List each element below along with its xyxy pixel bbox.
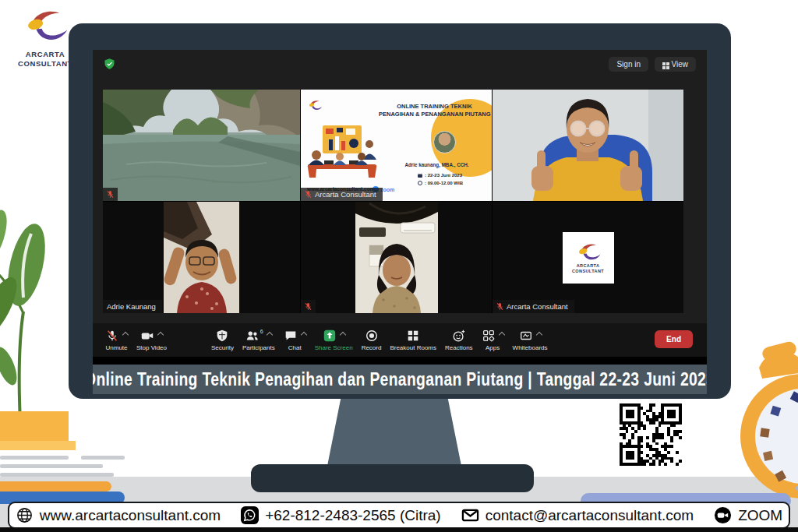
- participant-label: Arcarta Consultant: [301, 188, 383, 201]
- grid-view-icon: [662, 62, 666, 65]
- chevron-up-icon[interactable]: [157, 332, 164, 338]
- whiteboards-button[interactable]: Whiteboards: [513, 329, 548, 351]
- participants-button[interactable]: 6 Participants: [242, 329, 275, 351]
- video-tile-arcarta[interactable]: ARCARTA CONSULTANT Arcarta Consultant: [493, 202, 683, 313]
- text-line-decoration: [0, 464, 103, 468]
- muted-mic-icon: [305, 302, 312, 311]
- speaker-name: Adrie kaunang, MBA., CCH.: [382, 162, 492, 167]
- book-stack-decoration: [0, 411, 69, 441]
- video-grid: ONLINE TRAINING TEKNIK PENAGIHAN & PENAN…: [103, 90, 683, 313]
- poster: ARCARTA CONSULTANT Sign in View: [0, 0, 798, 532]
- participant-name: Adrie Kaunang: [107, 302, 156, 311]
- footer-email: contact@arcartaconsultant.com: [461, 506, 694, 524]
- view-label: View: [672, 60, 689, 69]
- plant-decoration: [0, 188, 70, 422]
- unmute-button[interactable]: Unmute: [105, 329, 128, 351]
- brand-name-line2: CONSULTANT: [9, 59, 81, 69]
- chat-button[interactable]: Chat: [284, 329, 306, 351]
- reactions-button[interactable]: Reactions: [445, 329, 473, 351]
- video-tile-slide[interactable]: ONLINE TRAINING TEKNIK PENAGIHAN & PENAN…: [301, 90, 492, 201]
- footer-bar: www.arcartaconsultant.com +62-812-2483-2…: [8, 502, 790, 529]
- video-tile-participant[interactable]: [301, 202, 492, 313]
- book-decoration: [0, 481, 111, 491]
- chevron-up-icon[interactable]: [300, 332, 306, 338]
- calendar-icon: [418, 173, 422, 178]
- video-camera-icon: [140, 329, 154, 343]
- bottom-black-strip: [0, 527, 798, 532]
- share-screen-button[interactable]: Share Screen: [315, 329, 353, 351]
- muted-mic-icon: [107, 190, 114, 199]
- zoom-window: Sign in View: [93, 50, 707, 365]
- participant-label: [103, 188, 118, 201]
- encryption-shield-icon: [104, 58, 115, 70]
- zoom-camera-icon: [714, 506, 732, 524]
- email-envelope-icon: [461, 506, 479, 524]
- brand-logo: ARCARTA CONSULTANT: [9, 6, 81, 69]
- participant-name: Arcarta Consultant: [315, 190, 376, 199]
- slide-time-row: : 09.00-12.00 WIB: [418, 181, 463, 185]
- share-screen-icon: [323, 329, 337, 343]
- chevron-up-icon[interactable]: [339, 332, 345, 338]
- breakout-rooms-button[interactable]: Breakout Rooms: [390, 329, 436, 351]
- reactions-smiley-icon: [452, 329, 466, 343]
- participant-video-frame: [493, 90, 683, 201]
- participants-count: 6: [260, 329, 263, 334]
- globe-icon: [16, 506, 34, 524]
- clock-icon: [418, 181, 422, 185]
- text-line-decoration: [0, 473, 114, 477]
- muted-mic-icon: [496, 302, 503, 311]
- participant-label: Adrie Kaunang: [103, 300, 162, 313]
- security-button[interactable]: Security: [211, 329, 234, 351]
- participant-label: Arcarta Consultant: [493, 300, 574, 313]
- breakout-rooms-icon: [406, 329, 420, 343]
- end-meeting-button[interactable]: End: [655, 330, 693, 348]
- participant-video-frame: [103, 202, 300, 313]
- slide-date-row: : 22-23 Juni 2023: [418, 173, 462, 178]
- whatsapp-icon: [241, 506, 259, 524]
- zoom-topbar: Sign in View: [93, 50, 707, 78]
- chevron-up-icon[interactable]: [122, 332, 129, 338]
- monitor: Sign in View: [69, 23, 731, 399]
- river-video-frame: [103, 90, 300, 201]
- brand-name-line1: ARCARTA: [9, 50, 81, 59]
- video-tile-participant[interactable]: [493, 90, 683, 201]
- chat-bubble-icon: [284, 329, 298, 343]
- video-tile-adrie[interactable]: Adrie Kaunang: [103, 202, 300, 313]
- meeting-illustration: [305, 124, 380, 180]
- screen-bottom-strip: [93, 357, 707, 365]
- text-line-decoration: [81, 456, 125, 460]
- qr-code: [616, 400, 685, 469]
- monitor-stand-base: [251, 464, 534, 492]
- training-slide: ONLINE TRAINING TEKNIK PENAGIHAN & PENAN…: [301, 90, 492, 201]
- chevron-up-icon[interactable]: [498, 332, 504, 338]
- slide-title: ONLINE TRAINING TEKNIK PENAGIHAN & PENAN…: [379, 103, 490, 118]
- sign-in-button[interactable]: Sign in: [609, 57, 648, 72]
- muted-mic-icon: [305, 190, 312, 199]
- footer-phone: +62-812-2483-2565 (Citra): [241, 506, 441, 524]
- footer-zoom: ZOOM: [714, 506, 782, 524]
- participant-label: [301, 300, 316, 313]
- book-stack-decoration: [0, 441, 76, 450]
- arcarta-logo-card: ARCARTA CONSULTANT: [563, 232, 614, 284]
- arcarta-logo-icon: [21, 6, 69, 47]
- caption-bar: Online Training Teknik Penagihan dan Pen…: [93, 365, 707, 394]
- speaker-photo: [433, 131, 456, 153]
- participant-name: Arcarta Consultant: [507, 302, 568, 311]
- video-tile-river[interactable]: [103, 90, 300, 201]
- arcarta-logo-icon: [575, 241, 602, 263]
- caption-text: Online Training Teknik Penagihan dan Pen…: [93, 369, 707, 390]
- text-line-decoration: [0, 456, 69, 460]
- chevron-up-icon[interactable]: [535, 332, 542, 338]
- view-button[interactable]: View: [655, 57, 696, 72]
- footer-website: www.arcartaconsultant.com: [16, 506, 221, 524]
- stop-video-button[interactable]: Stop Video: [136, 329, 167, 351]
- participants-icon: [245, 329, 260, 343]
- record-button[interactable]: Record: [362, 329, 382, 351]
- apps-button[interactable]: Apps: [482, 329, 504, 351]
- shield-icon: [215, 329, 229, 343]
- chevron-up-icon[interactable]: [267, 332, 273, 338]
- muted-mic-icon: [105, 329, 119, 343]
- monitor-stand-neck: [327, 399, 461, 466]
- record-icon: [365, 329, 379, 343]
- whiteboard-icon: [519, 329, 533, 343]
